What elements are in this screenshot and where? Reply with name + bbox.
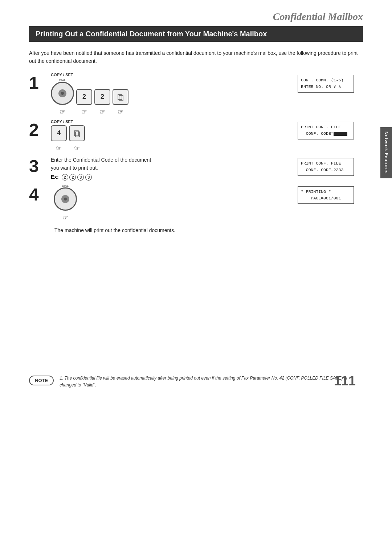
print-done-text: The machine will print out the confident… bbox=[54, 227, 363, 233]
step-1-left: 1 COPY / SET DIAL bbox=[29, 73, 287, 116]
step-3-example: Ex: 2 2 3 3 bbox=[51, 174, 152, 181]
key-copy-set-1: ☞ bbox=[113, 89, 128, 116]
step-3-row: 3 Enter the Confidential Code of the doc… bbox=[29, 156, 363, 181]
step-1-keys: DIAL ☞ 2 ☞ bbox=[51, 78, 128, 116]
svg-rect-0 bbox=[118, 94, 122, 100]
finger-dial: ☞ bbox=[60, 108, 65, 116]
key-2-first: 2 ☞ bbox=[76, 89, 92, 116]
network-features-tab: Network Features bbox=[380, 127, 392, 178]
step-2-conf-box: PRINT CONF. FILE CONF. CODE= bbox=[298, 122, 354, 139]
step-2-number: 2 bbox=[29, 121, 47, 139]
svg-rect-3 bbox=[75, 132, 79, 137]
step-2-left: 2 COPY / SET 4 ☞ bbox=[29, 119, 287, 152]
step-4-conf-box: * PRINTING * PAGE=001/001 bbox=[298, 186, 354, 204]
key-copy-set-2: ☞ bbox=[69, 125, 85, 152]
step-2-content: COPY / SET 4 ☞ bbox=[51, 119, 85, 152]
dial-4: DIAL ☞ bbox=[54, 184, 77, 222]
step-3-display: PRINT CONF. FILE CONF. CODE=2233 bbox=[298, 156, 363, 176]
svg-rect-2 bbox=[74, 131, 78, 136]
divider bbox=[29, 357, 363, 357]
step-1-content: COPY / SET DIAL ☞ bbox=[51, 73, 128, 116]
step-1-number: 1 bbox=[29, 74, 47, 92]
note-text: 1. The confidential file will be erased … bbox=[60, 375, 363, 389]
key-2-second: 2 ☞ bbox=[94, 89, 110, 116]
dial-1: DIAL ☞ bbox=[51, 78, 74, 116]
step-4-left: 4 DIAL ☞ bbox=[29, 184, 287, 222]
step-3-content: Enter the Confidential Code of the docum… bbox=[51, 156, 152, 181]
step-2-keys: 4 ☞ ☞ bbox=[51, 125, 85, 152]
step-4-content: DIAL ☞ bbox=[54, 184, 77, 222]
svg-rect-1 bbox=[119, 96, 123, 101]
step-1-row: 1 COPY / SET DIAL bbox=[29, 73, 363, 116]
copy-set-label-1: COPY / SET bbox=[51, 73, 73, 77]
copy-set-label-2: COPY / SET bbox=[51, 119, 73, 124]
key-4: 4 ☞ bbox=[51, 125, 67, 152]
step-1-display: CONF. COMM. (1-5) ENTER NO. OR ∨ ∧ bbox=[298, 73, 363, 93]
step-2-row: 2 COPY / SET 4 ☞ bbox=[29, 119, 363, 152]
step-1-conf-box: CONF. COMM. (1-5) ENTER NO. OR ∨ ∧ bbox=[298, 75, 354, 93]
step-3-text: Enter the Confidential Code of the docum… bbox=[51, 156, 152, 172]
intro-text: After you have been notified that someon… bbox=[29, 49, 363, 65]
spacer bbox=[29, 233, 363, 349]
page-title: Confidential Mailbox bbox=[273, 11, 363, 22]
steps-area: 1 COPY / SET DIAL bbox=[29, 73, 363, 222]
step-4-display: * PRINTING * PAGE=001/001 bbox=[298, 184, 363, 204]
section-heading: Printing Out a Confidential Document fro… bbox=[29, 26, 363, 42]
step-3-left: 3 Enter the Confidential Code of the doc… bbox=[29, 156, 287, 181]
step-3-number: 3 bbox=[29, 158, 47, 175]
finger-dial-4: ☞ bbox=[62, 214, 68, 222]
page-header: Confidential Mailbox bbox=[29, 11, 363, 23]
step-2-display: PRINT CONF. FILE CONF. CODE= bbox=[298, 119, 363, 139]
step-3-conf-box: PRINT CONF. FILE CONF. CODE=2233 bbox=[298, 158, 354, 176]
step-4-row: 4 DIAL ☞ * PRINTING * bbox=[29, 184, 363, 222]
step-4-number: 4 bbox=[29, 186, 47, 203]
page-number: 111 bbox=[334, 373, 356, 389]
note-area: NOTE 1. The confidential file will be er… bbox=[29, 368, 363, 389]
note-label: NOTE bbox=[29, 376, 54, 385]
